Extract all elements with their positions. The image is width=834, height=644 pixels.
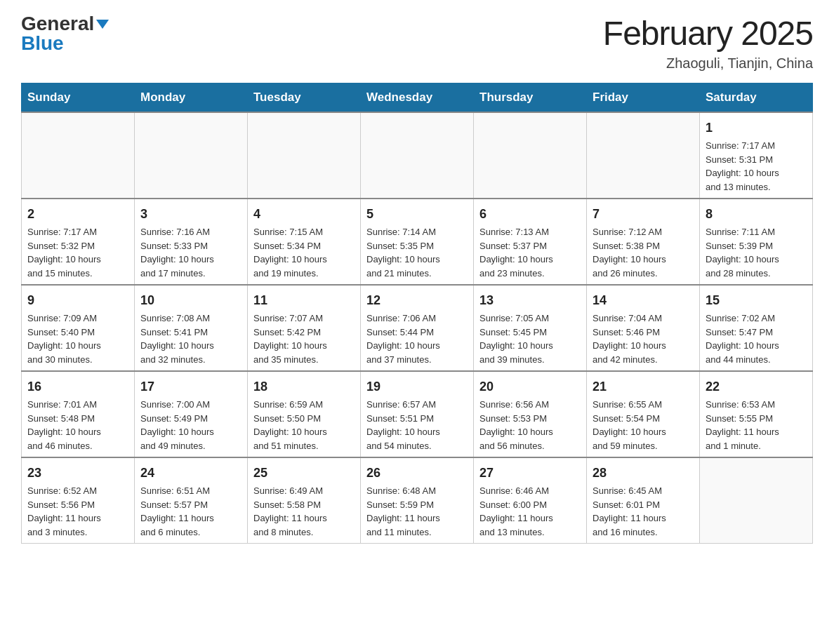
day-number: 5 (366, 205, 468, 223)
table-row (474, 112, 587, 199)
table-row: 12Sunrise: 7:06 AM Sunset: 5:44 PM Dayli… (361, 285, 474, 371)
day-number: 20 (479, 377, 581, 396)
header-sunday: Sunday (22, 83, 135, 113)
day-info: Sunrise: 6:48 AM Sunset: 5:59 PM Dayligh… (366, 484, 468, 539)
logo: General Blue (21, 14, 109, 53)
table-row: 19Sunrise: 6:57 AM Sunset: 5:51 PM Dayli… (361, 371, 474, 457)
day-number: 28 (593, 464, 694, 482)
table-row: 2Sunrise: 7:17 AM Sunset: 5:32 PM Daylig… (22, 199, 135, 285)
day-number: 17 (140, 377, 241, 396)
day-number: 9 (27, 291, 128, 309)
weekday-header-row: Sunday Monday Tuesday Wednesday Thursday… (22, 83, 813, 113)
table-row: 27Sunrise: 6:46 AM Sunset: 6:00 PM Dayli… (474, 457, 587, 544)
table-row: 10Sunrise: 7:08 AM Sunset: 5:41 PM Dayli… (135, 285, 248, 371)
table-row: 16Sunrise: 7:01 AM Sunset: 5:48 PM Dayli… (22, 371, 135, 457)
table-row: 13Sunrise: 7:05 AM Sunset: 5:45 PM Dayli… (474, 285, 587, 371)
table-row: 25Sunrise: 6:49 AM Sunset: 5:58 PM Dayli… (248, 457, 361, 544)
table-row: 21Sunrise: 6:55 AM Sunset: 5:54 PM Dayli… (587, 371, 700, 457)
day-info: Sunrise: 7:12 AM Sunset: 5:38 PM Dayligh… (593, 225, 694, 280)
table-row: 22Sunrise: 6:53 AM Sunset: 5:55 PM Dayli… (700, 371, 813, 457)
day-number: 2 (27, 205, 128, 223)
day-info: Sunrise: 6:46 AM Sunset: 6:00 PM Dayligh… (479, 484, 581, 539)
calendar-week-row: 9Sunrise: 7:09 AM Sunset: 5:40 PM Daylig… (22, 285, 813, 371)
header-friday: Friday (587, 83, 700, 113)
day-number: 14 (593, 291, 694, 309)
table-row: 11Sunrise: 7:07 AM Sunset: 5:42 PM Dayli… (248, 285, 361, 371)
day-number: 23 (27, 464, 128, 482)
day-info: Sunrise: 6:55 AM Sunset: 5:54 PM Dayligh… (593, 398, 694, 452)
day-info: Sunrise: 7:07 AM Sunset: 5:42 PM Dayligh… (253, 311, 355, 366)
day-number: 12 (366, 291, 468, 309)
day-info: Sunrise: 7:09 AM Sunset: 5:40 PM Dayligh… (27, 311, 128, 366)
day-info: Sunrise: 7:00 AM Sunset: 5:49 PM Dayligh… (140, 398, 241, 452)
logo-general-text: General (21, 14, 109, 34)
day-info: Sunrise: 7:04 AM Sunset: 5:46 PM Dayligh… (593, 311, 694, 366)
table-row: 8Sunrise: 7:11 AM Sunset: 5:39 PM Daylig… (700, 199, 813, 285)
header: General Blue February 2025 Zhaoguli, Tia… (21, 14, 813, 72)
header-monday: Monday (135, 83, 248, 113)
day-number: 25 (253, 464, 355, 482)
table-row: 26Sunrise: 6:48 AM Sunset: 5:59 PM Dayli… (361, 457, 474, 544)
day-info: Sunrise: 7:02 AM Sunset: 5:47 PM Dayligh… (706, 311, 807, 366)
header-wednesday: Wednesday (361, 83, 474, 113)
day-number: 1 (706, 119, 807, 137)
table-row: 1Sunrise: 7:17 AM Sunset: 5:31 PM Daylig… (700, 112, 813, 199)
day-info: Sunrise: 7:05 AM Sunset: 5:45 PM Dayligh… (479, 311, 581, 366)
calendar-week-row: 16Sunrise: 7:01 AM Sunset: 5:48 PM Dayli… (22, 371, 813, 457)
day-number: 27 (479, 464, 581, 482)
table-row: 6Sunrise: 7:13 AM Sunset: 5:37 PM Daylig… (474, 199, 587, 285)
day-number: 4 (253, 205, 355, 223)
day-number: 10 (140, 291, 241, 309)
day-info: Sunrise: 6:56 AM Sunset: 5:53 PM Dayligh… (479, 398, 581, 452)
header-saturday: Saturday (700, 83, 813, 113)
day-number: 15 (706, 291, 807, 309)
table-row (248, 112, 361, 199)
day-info: Sunrise: 6:51 AM Sunset: 5:57 PM Dayligh… (140, 484, 241, 539)
table-row: 14Sunrise: 7:04 AM Sunset: 5:46 PM Dayli… (587, 285, 700, 371)
table-row: 4Sunrise: 7:15 AM Sunset: 5:34 PM Daylig… (248, 199, 361, 285)
table-row (361, 112, 474, 199)
day-number: 7 (593, 205, 694, 223)
day-number: 11 (253, 291, 355, 309)
table-row: 9Sunrise: 7:09 AM Sunset: 5:40 PM Daylig… (22, 285, 135, 371)
table-row: 15Sunrise: 7:02 AM Sunset: 5:47 PM Dayli… (700, 285, 813, 371)
table-row: 24Sunrise: 6:51 AM Sunset: 5:57 PM Dayli… (135, 457, 248, 544)
day-info: Sunrise: 7:14 AM Sunset: 5:35 PM Dayligh… (366, 225, 468, 280)
calendar-week-row: 23Sunrise: 6:52 AM Sunset: 5:56 PM Dayli… (22, 457, 813, 544)
title-area: February 2025 Zhaoguli, Tianjin, China (603, 14, 813, 72)
calendar: Sunday Monday Tuesday Wednesday Thursday… (21, 83, 813, 544)
calendar-week-row: 1Sunrise: 7:17 AM Sunset: 5:31 PM Daylig… (22, 112, 813, 199)
day-number: 26 (366, 464, 468, 482)
day-info: Sunrise: 7:15 AM Sunset: 5:34 PM Dayligh… (253, 225, 355, 280)
day-info: Sunrise: 6:53 AM Sunset: 5:55 PM Dayligh… (706, 398, 807, 452)
calendar-week-row: 2Sunrise: 7:17 AM Sunset: 5:32 PM Daylig… (22, 199, 813, 285)
table-row: 28Sunrise: 6:45 AM Sunset: 6:01 PM Dayli… (587, 457, 700, 544)
day-info: Sunrise: 7:06 AM Sunset: 5:44 PM Dayligh… (366, 311, 468, 366)
day-number: 21 (593, 377, 694, 396)
month-title: February 2025 (603, 14, 813, 53)
day-info: Sunrise: 6:59 AM Sunset: 5:50 PM Dayligh… (253, 398, 355, 452)
table-row: 18Sunrise: 6:59 AM Sunset: 5:50 PM Dayli… (248, 371, 361, 457)
table-row (22, 112, 135, 199)
table-row: 7Sunrise: 7:12 AM Sunset: 5:38 PM Daylig… (587, 199, 700, 285)
day-info: Sunrise: 7:11 AM Sunset: 5:39 PM Dayligh… (706, 225, 807, 280)
day-info: Sunrise: 7:16 AM Sunset: 5:33 PM Dayligh… (140, 225, 241, 280)
day-info: Sunrise: 6:52 AM Sunset: 5:56 PM Dayligh… (27, 484, 128, 539)
logo-blue-text: Blue (21, 34, 109, 53)
day-info: Sunrise: 7:01 AM Sunset: 5:48 PM Dayligh… (27, 398, 128, 452)
header-thursday: Thursday (474, 83, 587, 113)
day-number: 13 (479, 291, 581, 309)
day-info: Sunrise: 7:17 AM Sunset: 5:31 PM Dayligh… (706, 139, 807, 194)
location: Zhaoguli, Tianjin, China (603, 55, 813, 72)
table-row (587, 112, 700, 199)
header-tuesday: Tuesday (248, 83, 361, 113)
table-row: 20Sunrise: 6:56 AM Sunset: 5:53 PM Dayli… (474, 371, 587, 457)
day-info: Sunrise: 7:13 AM Sunset: 5:37 PM Dayligh… (479, 225, 581, 280)
day-number: 24 (140, 464, 241, 482)
table-row (700, 457, 813, 544)
day-number: 19 (366, 377, 468, 396)
day-info: Sunrise: 6:49 AM Sunset: 5:58 PM Dayligh… (253, 484, 355, 539)
day-number: 6 (479, 205, 581, 223)
table-row: 3Sunrise: 7:16 AM Sunset: 5:33 PM Daylig… (135, 199, 248, 285)
table-row: 23Sunrise: 6:52 AM Sunset: 5:56 PM Dayli… (22, 457, 135, 544)
